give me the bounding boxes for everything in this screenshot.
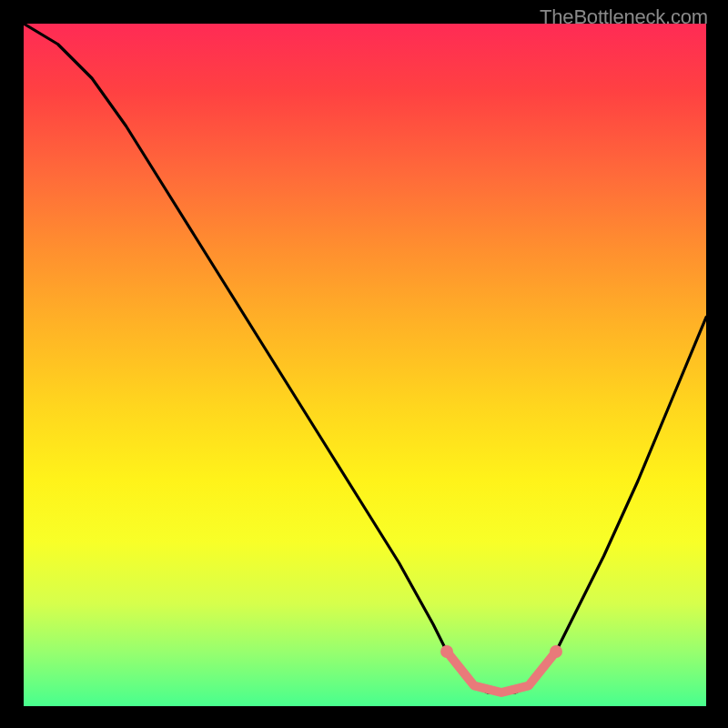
highlight-endpoint-left: [440, 645, 453, 658]
highlight-segment-path: [447, 652, 556, 693]
watermark-text: TheBottleneck.com: [540, 5, 708, 29]
chart-svg: [24, 24, 706, 706]
highlight-endpoint-right: [550, 645, 562, 658]
chart-plot-area: [24, 24, 706, 706]
bottleneck-curve-path: [24, 24, 706, 693]
